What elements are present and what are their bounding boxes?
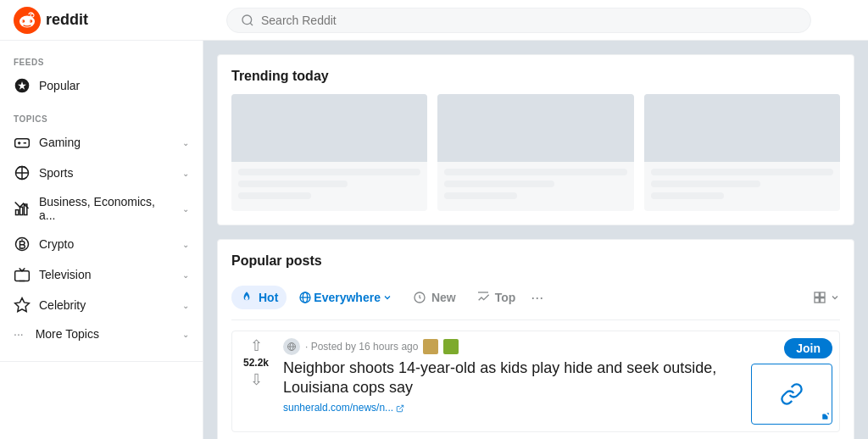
sidebar-item-popular-label: Popular — [39, 79, 80, 92]
sidebar: FEEDS Popular TOPICS — [0, 41, 203, 439]
trending-card-2[interactable] — [437, 94, 633, 211]
trending-title: Trending today — [231, 69, 840, 84]
sports-icon — [14, 164, 31, 181]
join-button[interactable]: Join — [784, 338, 832, 358]
skeleton-line — [444, 181, 554, 187]
svg-point-6 — [22, 20, 24, 22]
top-icon — [476, 291, 490, 304]
logo-area[interactable]: reddit — [14, 7, 183, 34]
sidebar-item-more-topics-label: More Topics — [36, 327, 99, 341]
skeleton-line — [238, 169, 420, 175]
more-topics-chevron-icon: ⌄ — [182, 330, 189, 339]
tab-everywhere-dropdown[interactable]: Everywhere — [290, 286, 401, 309]
user-icon-1 — [423, 339, 438, 354]
television-icon — [14, 266, 31, 283]
business-icon — [14, 200, 31, 217]
skeleton-line — [651, 169, 833, 175]
sidebar-item-more-topics[interactable]: ··· More Topics ⌄ — [0, 320, 203, 347]
sidebar-item-sports[interactable]: Sports ⌄ — [0, 158, 203, 188]
svg-rect-13 — [16, 210, 19, 215]
sidebar-item-television-label: Television — [39, 268, 91, 281]
celebrity-chevron-icon: ⌄ — [182, 301, 189, 310]
topics-section-label: TOPICS — [0, 108, 203, 127]
everywhere-chevron-icon — [382, 292, 392, 303]
skeleton-line — [238, 181, 348, 187]
posts-tabs: Hot Everywhere — [231, 279, 840, 320]
sidebar-item-gaming-label: Gaming — [39, 136, 81, 149]
popular-posts-section: Popular posts Hot Everywher — [217, 239, 854, 439]
layout-chevron-icon — [830, 292, 840, 303]
tab-more-dots[interactable]: ··· — [531, 289, 543, 307]
sidebar-item-television[interactable]: Television ⌄ — [0, 259, 203, 290]
sidebar-item-business[interactable]: Business, Economics, a... ⌄ — [0, 188, 203, 229]
svg-rect-11 — [15, 139, 30, 147]
feeds-section-label: FEEDS — [0, 51, 203, 70]
external-link-icon — [396, 404, 404, 413]
trending-card-3[interactable] — [644, 94, 840, 211]
top-navigation: reddit — [0, 0, 868, 41]
trending-card-1[interactable] — [231, 94, 427, 211]
fire-icon — [240, 291, 253, 304]
post-title[interactable]: Neighbor shoots 14-year-old as kids play… — [283, 358, 737, 398]
thumbnail-external-icon — [821, 412, 830, 422]
reddit-logo-icon — [14, 7, 41, 34]
trending-card-image-3 — [644, 94, 840, 162]
new-icon — [413, 291, 426, 304]
logo-text: reddit — [46, 11, 88, 29]
sidebar-item-popular[interactable]: Popular — [0, 70, 203, 101]
popular-posts-title: Popular posts — [231, 253, 840, 269]
sidebar-item-celebrity[interactable]: Celebrity ⌄ — [0, 290, 203, 320]
sidebar-item-sports-label: Sports — [39, 166, 73, 180]
sidebar-item-crypto-label: Crypto — [39, 237, 74, 251]
layout-icon — [813, 291, 826, 304]
gaming-icon — [14, 134, 31, 151]
tab-hot[interactable]: Hot — [231, 286, 287, 309]
skeleton-line — [651, 192, 724, 199]
svg-point-8 — [242, 15, 252, 25]
link-thumbnail-icon — [780, 382, 804, 406]
community-icon — [283, 338, 300, 355]
sidebar-item-celebrity-label: Celebrity — [39, 298, 86, 312]
svg-point-7 — [30, 20, 31, 22]
post-item: ⇧ 52.2k ⇩ · Posted by 16 hours a — [231, 331, 840, 432]
search-bar[interactable] — [226, 8, 811, 33]
skeleton-line — [651, 181, 760, 187]
globe-icon — [298, 291, 312, 304]
trending-section: Trending today — [217, 54, 854, 225]
sidebar-item-gaming[interactable]: Gaming ⌄ — [0, 127, 203, 158]
crypto-chevron-icon: ⌄ — [182, 240, 189, 249]
main-content: Trending today — [203, 41, 868, 439]
trending-card-image-2 — [437, 94, 633, 162]
gaming-chevron-icon: ⌄ — [182, 138, 189, 147]
skeleton-line — [444, 169, 626, 175]
post-right-actions: Join — [748, 338, 832, 425]
svg-rect-19 — [15, 271, 30, 281]
business-chevron-icon: ⌄ — [182, 204, 189, 214]
downvote-button[interactable]: ⇩ — [250, 372, 263, 387]
sidebar-item-business-label: Business, Economics, a... — [39, 195, 174, 222]
television-chevron-icon: ⌄ — [182, 270, 189, 280]
search-icon — [241, 14, 254, 27]
svg-rect-14 — [20, 207, 23, 214]
sidebar-item-crypto[interactable]: Crypto ⌄ — [0, 229, 203, 259]
vote-count: 52.2k — [243, 357, 269, 369]
svg-marker-21 — [15, 298, 30, 312]
crypto-icon — [14, 236, 31, 253]
upvote-button[interactable]: ⇧ — [250, 338, 263, 353]
trending-cards — [231, 94, 840, 211]
main-layout: FEEDS Popular TOPICS — [0, 41, 868, 439]
trending-card-image-1 — [231, 94, 427, 162]
tab-layout-toggle[interactable] — [813, 291, 840, 304]
post-meta: · Posted by 16 hours ago — [283, 338, 737, 355]
tab-new[interactable]: New — [404, 286, 465, 309]
tab-top[interactable]: Top — [468, 286, 525, 309]
sports-chevron-icon: ⌄ — [182, 169, 189, 178]
post-content: · Posted by 16 hours ago Neighbor shoots… — [283, 338, 737, 425]
user-icon-2 — [443, 339, 459, 354]
svg-line-34 — [400, 405, 404, 409]
post-link[interactable]: sunherald.com/news/n... — [283, 402, 737, 414]
svg-line-9 — [250, 23, 253, 25]
search-input[interactable] — [261, 14, 797, 27]
popular-icon — [14, 77, 31, 94]
post-thumbnail[interactable] — [751, 364, 832, 425]
